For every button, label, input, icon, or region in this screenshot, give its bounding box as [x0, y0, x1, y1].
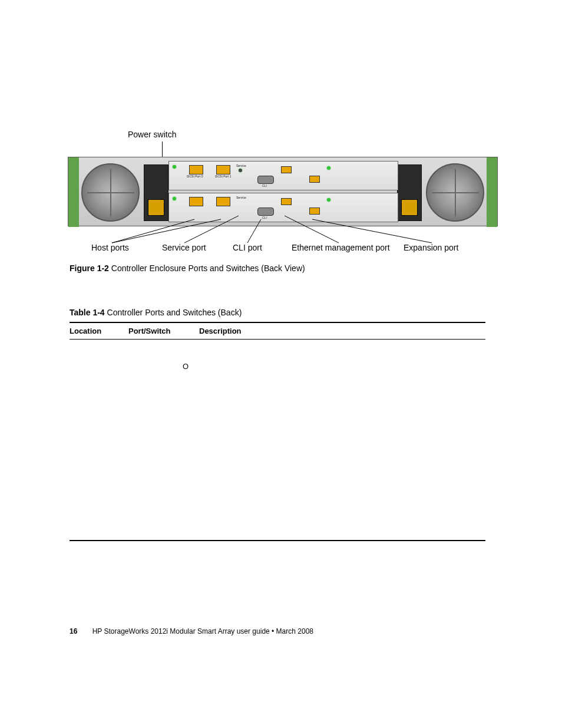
cli-label: CLI — [262, 216, 267, 219]
power-supply-left — [144, 164, 168, 221]
footer-separator: • — [270, 627, 276, 635]
chassis-handle-right — [487, 157, 497, 227]
power-switch-leader-line — [162, 141, 163, 158]
expansion-port — [309, 176, 320, 183]
cli-port — [257, 176, 274, 184]
controller-enclosure-back-view: iSCSI Port 0 iSCSI Port 1 Service CLI Se… — [68, 157, 498, 226]
host-port — [216, 165, 230, 174]
status-led — [173, 197, 176, 200]
service-label: Service — [236, 196, 246, 199]
table-header-row: Location Port/Switch Description — [70, 323, 485, 340]
ethernet-mgmt-port — [281, 166, 292, 173]
ethernet-mgmt-port — [281, 198, 292, 205]
port-label: iSCSI Port 1 — [215, 174, 232, 178]
stray-marker: O — [183, 362, 189, 371]
host-port — [189, 197, 203, 206]
status-led — [327, 166, 330, 170]
host-port — [216, 197, 230, 206]
document-page: Power switch iSCSI Port 0 iSCSI Port 1 S… — [0, 0, 562, 728]
controller-module-b: Service CLI — [168, 193, 398, 222]
service-port-hole — [239, 169, 242, 172]
col-location: Location — [70, 327, 117, 335]
power-supply-right — [397, 164, 422, 221]
service-label: Service — [236, 164, 246, 167]
table-name: Controller Ports and Switches (Back) — [105, 308, 242, 317]
footer-date: March 2008 — [276, 627, 313, 635]
col-port-switch: Port/Switch — [128, 327, 187, 335]
cli-port-label: CLI port — [233, 243, 262, 252]
table-body: O — [70, 340, 485, 540]
status-led — [327, 198, 330, 202]
col-description: Description — [199, 327, 242, 335]
status-led — [173, 165, 176, 169]
figure-title: Controller Enclosure Ports and Switches … — [109, 263, 305, 273]
controller-module-a: iSCSI Port 0 iSCSI Port 1 Service CLI — [168, 161, 398, 190]
power-switch-label: Power switch — [128, 130, 176, 139]
page-number: 16 — [70, 627, 77, 635]
footer-doc-title: HP StorageWorks 2012i Modular Smart Arra… — [92, 627, 270, 635]
page-footer: 16 HP StorageWorks 2012i Modular Smart A… — [70, 627, 313, 635]
table-1-4: Location Port/Switch Description O — [70, 322, 485, 541]
cli-port — [257, 207, 274, 216]
host-port — [189, 165, 203, 174]
expansion-port-label: Expansion port — [404, 243, 458, 252]
cli-label: CLI — [262, 184, 267, 187]
table-title: Table 1-4 Controller Ports and Switches … — [70, 308, 242, 317]
figure-caption: Figure 1-2 Controller Enclosure Ports an… — [70, 263, 305, 273]
ethernet-mgmt-label: Ethernet management port — [292, 243, 390, 252]
fan-icon — [81, 163, 140, 222]
host-ports-label: Host ports — [91, 243, 129, 252]
service-port-label: Service port — [162, 243, 206, 252]
fan-icon — [426, 163, 484, 222]
expansion-port — [309, 207, 320, 215]
table-number: Table 1-4 — [70, 308, 105, 317]
figure-number: Figure 1-2 — [70, 263, 109, 273]
chassis-handle-left — [68, 157, 79, 227]
port-label: iSCSI Port 0 — [187, 174, 203, 178]
